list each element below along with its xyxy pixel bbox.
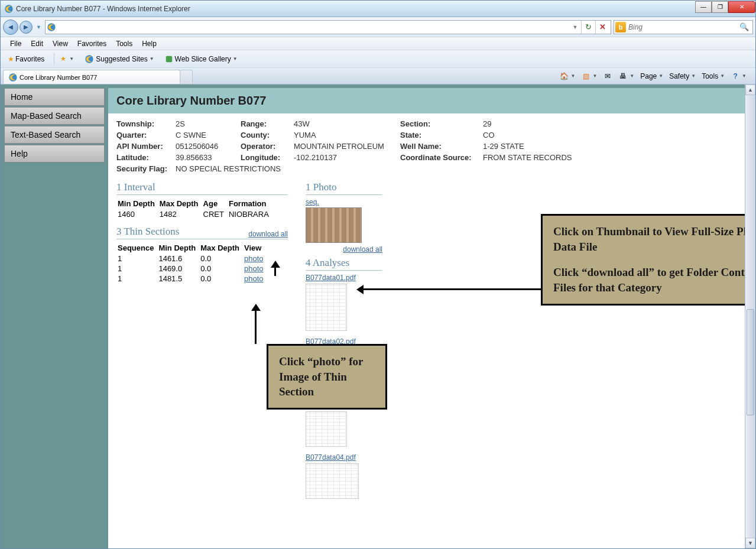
browser-window: Core Library Number B077 - Windows Inter… bbox=[0, 0, 756, 549]
suggested-sites-link[interactable]: Suggested Sites▼ bbox=[81, 53, 157, 65]
minimize-button[interactable]: — bbox=[695, 1, 712, 13]
add-favorites-button[interactable]: ★▼ bbox=[57, 54, 77, 64]
read-mail-button[interactable]: ✉ bbox=[601, 70, 615, 82]
safety-menu[interactable]: Safety▼ bbox=[667, 71, 698, 82]
menu-help[interactable]: Help bbox=[137, 38, 161, 49]
forward-button[interactable]: ► bbox=[20, 21, 33, 34]
back-button[interactable]: ◄ bbox=[3, 20, 18, 35]
menu-view[interactable]: View bbox=[48, 38, 73, 49]
print-button[interactable]: 🖶▼ bbox=[616, 70, 637, 82]
tab-bar: Core Library Number B077 🏠▼ ▧▼ ✉ 🖶▼ Page… bbox=[1, 68, 755, 85]
photo-link[interactable]: photo bbox=[244, 264, 264, 273]
feeds-button[interactable]: ▧▼ bbox=[579, 70, 599, 82]
value-state: CO bbox=[483, 131, 744, 139]
label-county: County: bbox=[241, 131, 294, 139]
new-tab-button[interactable] bbox=[180, 70, 193, 84]
chevron-down-icon: ▼ bbox=[69, 56, 74, 61]
refresh-button[interactable]: ↻ bbox=[581, 21, 595, 34]
value-township: 2S bbox=[176, 119, 241, 128]
label-section: Section: bbox=[400, 119, 483, 128]
photo-link[interactable]: photo bbox=[244, 254, 264, 263]
address-bar[interactable]: ▼ ↻ ✕ bbox=[45, 20, 611, 34]
chevron-down-icon: ▼ bbox=[570, 73, 575, 79]
help-button[interactable]: ?▼ bbox=[728, 70, 749, 82]
metadata-grid: Township:2S Range:43W Section:29 Quarter… bbox=[116, 119, 744, 173]
search-input[interactable] bbox=[628, 23, 737, 31]
home-icon: 🏠 bbox=[559, 72, 569, 81]
star-icon: ★ bbox=[8, 55, 14, 63]
label-wellname: Well Name: bbox=[400, 142, 483, 151]
download-all-photos[interactable]: download all bbox=[306, 245, 382, 254]
window-controls: — ❐ ✕ bbox=[695, 1, 755, 13]
label-state: State: bbox=[400, 131, 483, 139]
pdf-link[interactable]: B077data01.pdf bbox=[306, 274, 356, 282]
star-icon: ★ bbox=[60, 55, 66, 63]
search-go-button[interactable]: 🔍 bbox=[737, 22, 751, 31]
value-section: 29 bbox=[483, 119, 744, 128]
pdf-thumbnail[interactable] bbox=[306, 411, 347, 447]
close-button[interactable]: ✕ bbox=[728, 1, 755, 13]
value-operator: MOUNTAIN PETROLEUM bbox=[294, 142, 400, 151]
arrow-head-icon bbox=[271, 261, 280, 268]
help-icon: ? bbox=[731, 72, 740, 81]
address-input[interactable] bbox=[59, 23, 569, 31]
pdf-thumbnail[interactable] bbox=[306, 284, 347, 331]
label-coord: Coordinate Source: bbox=[400, 153, 483, 162]
window-title: Core Library Number B077 - Windows Inter… bbox=[16, 5, 695, 13]
sidebar-item-text-search[interactable]: Text-Based Search bbox=[4, 126, 105, 144]
menu-file[interactable]: File bbox=[5, 38, 26, 49]
rss-icon: ▧ bbox=[581, 72, 590, 81]
sidebar-item-home[interactable]: Home bbox=[4, 88, 105, 106]
main-body: Township:2S Range:43W Section:29 Quarter… bbox=[108, 113, 752, 548]
label-operator: Operator: bbox=[241, 142, 294, 151]
page-menu[interactable]: Page▼ bbox=[638, 71, 666, 82]
value-quarter: C SWNE bbox=[176, 131, 241, 139]
menu-bar: File Edit View Favorites Tools Help bbox=[1, 37, 755, 50]
sidebar: Home Map-Based Search Text-Based Search … bbox=[1, 85, 105, 548]
chevron-down-icon: ▼ bbox=[630, 73, 634, 79]
sidebar-item-map-search[interactable]: Map-Based Search bbox=[4, 107, 105, 125]
vertical-scrollbar[interactable]: ▲ ▼ bbox=[745, 85, 755, 548]
tools-menu[interactable]: Tools▼ bbox=[699, 71, 727, 82]
stop-button[interactable]: ✕ bbox=[595, 21, 609, 34]
value-wellname: 1-29 STATE bbox=[483, 142, 744, 151]
pdf-link[interactable]: B077data04.pdf bbox=[306, 453, 356, 462]
favorites-button[interactable]: ★Favorites bbox=[4, 54, 48, 64]
favorites-bar: ★Favorites ★▼ Suggested Sites▼ Web Slice… bbox=[1, 50, 755, 68]
chevron-down-icon: ▼ bbox=[658, 73, 663, 79]
tab-active[interactable]: Core Library Number B077 bbox=[3, 70, 180, 84]
maximize-button[interactable]: ❐ bbox=[712, 1, 728, 13]
label-township: Township: bbox=[116, 119, 176, 128]
nav-history-dropdown[interactable]: ▼ bbox=[36, 24, 41, 30]
web-slice-link[interactable]: Web Slice Gallery▼ bbox=[161, 54, 241, 64]
menu-favorites[interactable]: Favorites bbox=[73, 38, 111, 49]
seq-link[interactable]: seq. bbox=[306, 198, 319, 206]
pdf-thumbnail[interactable] bbox=[306, 463, 359, 499]
sidebar-item-help[interactable]: Help bbox=[4, 145, 105, 163]
search-bar[interactable]: b 🔍 bbox=[614, 20, 753, 34]
svg-rect-3 bbox=[166, 56, 172, 62]
label-quarter: Quarter: bbox=[116, 131, 176, 139]
analyses-title: 4 Analyses bbox=[306, 257, 382, 271]
table-row: 11481.50.0photo bbox=[118, 274, 267, 283]
address-dropdown[interactable]: ▼ bbox=[569, 24, 581, 30]
table-row: 11469.00.0photo bbox=[118, 264, 267, 273]
chevron-down-icon: ▼ bbox=[150, 56, 154, 61]
thin-sections-table: SequenceMin DepthMax DepthView 11461.60.… bbox=[116, 242, 268, 284]
home-button[interactable]: 🏠▼ bbox=[557, 70, 577, 82]
core-photo-thumbnail[interactable] bbox=[306, 207, 362, 243]
menu-tools[interactable]: Tools bbox=[111, 38, 137, 49]
value-lon: -102.210137 bbox=[294, 153, 400, 162]
label-api: API Number: bbox=[116, 142, 176, 151]
menu-edit[interactable]: Edit bbox=[26, 38, 48, 49]
scroll-thumb[interactable] bbox=[747, 309, 754, 415]
arrow-head-icon bbox=[251, 304, 261, 311]
photo-link[interactable]: photo bbox=[244, 274, 264, 283]
download-all-thin-sections[interactable]: download all bbox=[248, 230, 288, 238]
scroll-down-button[interactable]: ▼ bbox=[745, 538, 755, 548]
page-icon bbox=[47, 22, 56, 32]
chevron-down-icon: ▼ bbox=[720, 73, 725, 79]
arrow-head-icon bbox=[356, 285, 364, 294]
scroll-up-button[interactable]: ▲ bbox=[745, 85, 755, 95]
value-api: 0512506046 bbox=[176, 142, 241, 151]
